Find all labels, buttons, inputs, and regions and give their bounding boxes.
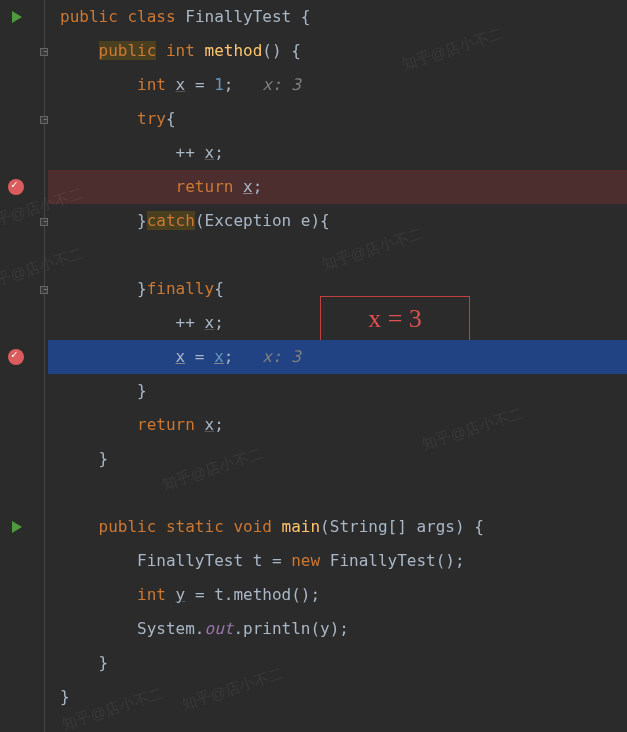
code-line[interactable]: return x; <box>48 408 627 442</box>
code-line[interactable]: System.out.println(y); <box>48 612 627 646</box>
breakpoint-icon[interactable] <box>8 179 24 195</box>
code-line[interactable]: } <box>48 646 627 680</box>
code-line-current[interactable]: x = x; x: 3 <box>48 340 627 374</box>
code-line[interactable]: public class FinallyTest { <box>48 0 627 34</box>
code-line[interactable]: FinallyTest t = new FinallyTest(); <box>48 544 627 578</box>
fold-icon[interactable] <box>40 48 48 56</box>
code-line-breakpoint[interactable]: return x; <box>48 170 627 204</box>
code-line[interactable]: public static void main(String[] args) { <box>48 510 627 544</box>
code-line[interactable]: try{ <box>48 102 627 136</box>
code-line[interactable] <box>48 238 627 272</box>
code-line[interactable] <box>48 476 627 510</box>
code-line[interactable]: } <box>48 374 627 408</box>
gutter <box>0 0 48 732</box>
annotation-box: x = 3 <box>320 296 470 342</box>
code-line[interactable]: }catch(Exception e){ <box>48 204 627 238</box>
code-editor[interactable]: public class FinallyTest { public int me… <box>0 0 627 732</box>
code-line[interactable]: } <box>48 680 627 714</box>
run-icon[interactable] <box>12 11 22 23</box>
code-line[interactable]: ++ x; x = 3 <box>48 306 627 340</box>
fold-icon[interactable] <box>40 116 48 124</box>
code-line[interactable]: int x = 1; x: 3 <box>48 68 627 102</box>
code-line[interactable]: } <box>48 442 627 476</box>
code-line[interactable]: ++ x; <box>48 136 627 170</box>
breakpoint-icon[interactable] <box>8 349 24 365</box>
code-line[interactable]: public int method() { <box>48 34 627 68</box>
fold-icon[interactable] <box>40 286 48 294</box>
fold-icon[interactable] <box>40 218 48 226</box>
run-icon[interactable] <box>12 521 22 533</box>
code-line[interactable]: int y = t.method(); <box>48 578 627 612</box>
code-area[interactable]: public class FinallyTest { public int me… <box>48 0 627 732</box>
